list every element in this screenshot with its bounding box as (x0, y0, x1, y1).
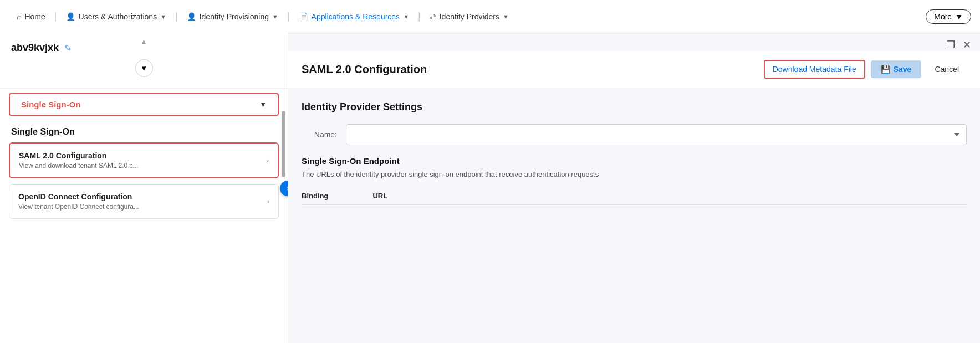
users-icon: 👤 (66, 12, 75, 21)
panel-actions: Download Metadata File 💾 Save Cancel (764, 60, 967, 79)
nav-apps-label: Applications & Resources (312, 12, 400, 21)
save-label: Save (894, 65, 912, 74)
provisioning-icon: 👤 (187, 12, 196, 21)
chevron-down-icon: ▼ (140, 64, 147, 73)
openid-item-desc: View tenant OpenID Connect configura... (18, 203, 267, 211)
openid-item-arrow: › (267, 197, 269, 206)
nav-users[interactable]: 👤 Users & Authorizations ▼ (58, 0, 175, 33)
name-label: Name: (302, 130, 346, 139)
scrollbar-track (282, 100, 285, 343)
close-icon-button[interactable]: ✕ (963, 39, 971, 51)
nav-provisioning-label: Identity Provisioning (200, 12, 269, 21)
save-icon: 💾 (881, 65, 890, 74)
collapse-button[interactable]: ▼ (135, 59, 153, 77)
nav-divider-4: | (417, 11, 422, 22)
openid-config-item[interactable]: OpenID Connect Configuration View tenant… (9, 184, 279, 219)
download-metadata-button[interactable]: Download Metadata File (764, 60, 865, 79)
nav-idp-label: Identity Providers (440, 12, 499, 21)
openid-item-title: OpenID Connect Configuration (18, 192, 267, 201)
nav-divider-3: | (286, 11, 291, 22)
saml-config-item[interactable]: SAML 2.0 Configuration View and download… (9, 142, 279, 178)
cancel-button[interactable]: Cancel (927, 60, 967, 78)
expand-icon: ❐ (946, 39, 955, 51)
panel-top-actions: ❐ ✕ (288, 33, 980, 51)
apps-chevron-icon: ▼ (403, 13, 409, 20)
navbar: ⌂ Home | 👤 Users & Authorizations ▼ | 👤 … (0, 0, 980, 33)
section-header-chevron: ▼ (259, 100, 267, 109)
right-panel: ❐ ✕ SAML 2.0 Configuration Download Meta… (288, 33, 980, 343)
section-header-label: Single Sign-On (21, 100, 81, 109)
nav-users-label: Users & Authorizations (79, 12, 157, 21)
name-select[interactable] (346, 124, 967, 145)
users-chevron-icon: ▼ (160, 13, 166, 20)
idp-chevron-icon: ▼ (503, 13, 509, 20)
saml-item-desc: View and download tenant SAML 2.0 c... (19, 162, 267, 170)
saml-item-arrow: › (267, 156, 269, 165)
expand-icon-button[interactable]: ❐ (946, 39, 955, 51)
more-chevron-icon: ▼ (955, 12, 963, 21)
scrollbar-thumb[interactable] (282, 111, 285, 177)
nav-home-label: Home (24, 12, 45, 21)
home-icon: ⌂ (17, 12, 21, 21)
sso-endpoint-heading: Single Sign-On Endpoint (302, 156, 967, 166)
nav-more-button[interactable]: More ▼ (926, 9, 971, 24)
save-button[interactable]: 💾 Save (871, 60, 922, 78)
nav-idp[interactable]: ⇄ Identity Providers ▼ (422, 0, 517, 33)
nav-divider-1: | (53, 11, 58, 22)
panel-title: SAML 2.0 Configuration (302, 63, 427, 76)
openid-item-text: OpenID Connect Configuration View tenant… (18, 192, 267, 211)
download-label: Download Metadata File (773, 65, 856, 74)
saml-item-text: SAML 2.0 Configuration View and download… (19, 151, 267, 170)
apps-icon: 📄 (299, 12, 308, 21)
idp-icon: ⇄ (430, 12, 436, 21)
table-header: Binding URL (302, 187, 967, 205)
section-heading: Single Sign-On (0, 122, 288, 142)
sso-endpoint-desc: The URLs of the identity provider single… (302, 170, 967, 178)
cancel-label: Cancel (935, 65, 959, 74)
nav-divider-2: | (174, 11, 179, 22)
panel-header: SAML 2.0 Configuration Download Metadata… (288, 51, 980, 88)
name-form-row: Name: (302, 124, 967, 145)
single-signon-section-header[interactable]: Single Sign-On ▼ (9, 93, 279, 116)
nav-provisioning[interactable]: 👤 Identity Provisioning ▼ (179, 0, 286, 33)
nav-apps[interactable]: 📄 Applications & Resources ▼ (291, 0, 417, 33)
main-container: ▲ abv9kvjxk ✎ ▼ Single Sign-On ▼ Single … (0, 33, 980, 343)
provisioning-chevron-icon: ▼ (272, 13, 278, 20)
nav-more-label: More (934, 12, 952, 21)
nav-home[interactable]: ⌂ Home (9, 0, 53, 33)
settings-heading: Identity Provider Settings (302, 101, 967, 113)
saml-item-title: SAML 2.0 Configuration (19, 151, 267, 160)
close-icon: ✕ (963, 39, 971, 51)
binding-col-header: Binding (302, 192, 328, 200)
panel-body: Identity Provider Settings Name: Single … (288, 88, 980, 218)
sidebar: ▲ abv9kvjxk ✎ ▼ Single Sign-On ▼ Single … (0, 33, 288, 343)
scroll-up-arrow: ▲ (0, 38, 288, 45)
url-col-header: URL (372, 192, 387, 200)
